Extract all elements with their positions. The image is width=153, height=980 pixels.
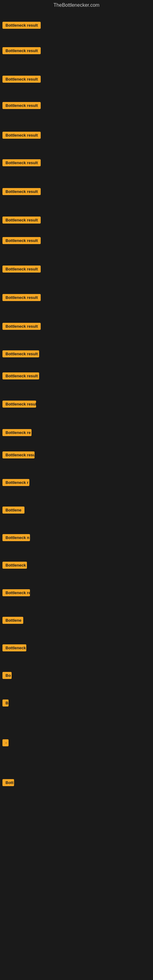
bottleneck-badge: Bottleneck result <box>2 323 41 330</box>
list-item: Bottleneck result <box>0 45 41 57</box>
bottleneck-badge: Bottleneck re <box>2 429 32 436</box>
bottleneck-badge: Bottleneck result <box>2 372 39 379</box>
bottleneck-badge: Bottleneck result <box>2 350 39 357</box>
bottleneck-badge: Bottleneck <box>2 562 27 569</box>
list-item: Bottleneck result <box>0 450 35 461</box>
bottleneck-badge: Bottleneck result <box>2 76 41 83</box>
list-item: Bottleneck result <box>0 74 41 86</box>
bottleneck-badge: B <box>2 700 9 706</box>
list-item: Bottleneck result <box>0 186 41 198</box>
list-item: Bottleneck result <box>0 321 41 333</box>
bottleneck-badge: Bottleneck result <box>2 188 41 195</box>
bottleneck-badge: Bottleneck r <box>2 479 29 486</box>
bottleneck-badge: Bottleneck result <box>2 237 41 244</box>
list-item: Bottleneck result <box>0 264 41 275</box>
bottleneck-badge: Bottleneck result <box>2 401 36 407</box>
list-item: Bottleneck result <box>0 158 41 169</box>
bottleneck-badge: Bottleneck result <box>2 266 41 272</box>
list-item: Bottleneck <box>0 560 27 572</box>
site-title: TheBottlenecker.com <box>0 0 153 12</box>
bottleneck-badge: Bottlene <box>2 506 24 514</box>
list-item: Bottlene <box>0 615 23 627</box>
bottleneck-badge: Bottleneck result <box>2 452 35 458</box>
site-header: TheBottlenecker.com <box>0 0 153 12</box>
list-item: Bott <box>0 777 14 789</box>
bottleneck-badge: Bottleneck result <box>2 22 41 29</box>
list-item: B <box>0 698 9 710</box>
bottleneck-badge: Bottleneck result <box>2 159 41 166</box>
list-item: Bottleneck result <box>0 130 41 142</box>
list-item: Bottleneck result <box>0 215 41 227</box>
list-item: Bottleneck result <box>0 399 36 411</box>
list-item: Bottleneck result <box>0 20 41 32</box>
list-item: Bo <box>0 670 12 682</box>
list-item: Bottleneck n <box>0 532 30 544</box>
list-item: Bottleneck r <box>0 477 29 489</box>
bottleneck-badge: Bottleneck <box>2 644 26 651</box>
list-item: Bottlene <box>0 505 24 517</box>
bottleneck-badge: · <box>2 739 9 746</box>
bottleneck-badge: Bo <box>2 672 12 679</box>
list-item: · <box>0 737 9 749</box>
bottleneck-badge: Bottleneck n <box>2 534 30 541</box>
bottleneck-badge: Bottleneck re <box>2 589 30 596</box>
bottleneck-badge: Bott <box>2 779 14 786</box>
bottleneck-badge: Bottlene <box>2 617 23 624</box>
bottleneck-badge: Bottleneck result <box>2 102 41 109</box>
list-item: Bottleneck result <box>0 235 41 247</box>
list-item: Bottleneck result <box>0 348 39 360</box>
list-item: Bottleneck result <box>0 371 39 382</box>
bottleneck-badge: Bottleneck result <box>2 47 41 54</box>
list-item: Bottleneck re <box>0 587 30 599</box>
list-item: Bottleneck <box>0 643 26 654</box>
list-item: Bottleneck re <box>0 427 32 439</box>
bottleneck-badge: Bottleneck result <box>2 294 41 301</box>
list-item: Bottleneck result <box>0 292 41 304</box>
bottleneck-badge: Bottleneck result <box>2 216 41 224</box>
list-item: Bottleneck result <box>0 100 41 112</box>
bottleneck-badge: Bottleneck result <box>2 132 41 139</box>
